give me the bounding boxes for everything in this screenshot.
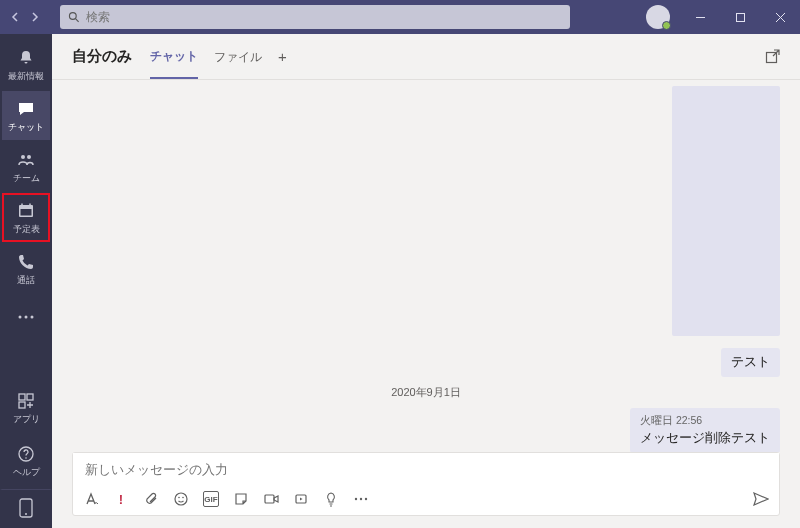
- svg-point-30: [365, 498, 367, 500]
- rail-more[interactable]: [2, 295, 50, 339]
- window-close-button[interactable]: [760, 0, 800, 34]
- rail-teams[interactable]: チーム: [2, 142, 50, 191]
- svg-point-25: [182, 497, 184, 499]
- sticker-button[interactable]: [233, 491, 249, 507]
- message-meta: 火曜日 22:56: [640, 414, 770, 428]
- tab-chat[interactable]: チャット: [150, 34, 198, 79]
- message-bubble[interactable]: 火曜日 22:56 メッセージ削除テスト: [630, 408, 780, 452]
- svg-point-7: [27, 155, 31, 159]
- send-button[interactable]: [753, 491, 769, 507]
- presence-badge: [662, 21, 671, 30]
- ellipsis-icon: [16, 307, 36, 327]
- paperclip-icon: [144, 492, 158, 506]
- title-bar: [0, 0, 800, 34]
- rail-chat[interactable]: チャット: [2, 91, 50, 140]
- stream-button[interactable]: [293, 491, 309, 507]
- stream-icon: [294, 492, 308, 506]
- message-attachment-placeholder: [672, 86, 780, 336]
- compose-input[interactable]: [73, 453, 779, 487]
- rail-mobile[interactable]: [0, 489, 52, 524]
- format-icon: [84, 492, 99, 506]
- window-minimize-button[interactable]: [680, 0, 720, 34]
- chat-pane: 自分のみ チャット ファイル + テスト: [52, 34, 800, 528]
- bulb-icon: [325, 492, 337, 507]
- help-icon: [16, 444, 36, 464]
- meet-button[interactable]: [263, 491, 279, 507]
- priority-button[interactable]: !: [113, 491, 129, 507]
- chat-header: 自分のみ チャット ファイル +: [52, 34, 800, 80]
- svg-point-23: [175, 493, 187, 505]
- rail-calendar[interactable]: 予定表: [2, 193, 50, 242]
- emoji-icon: [174, 492, 188, 506]
- calendar-icon: [16, 201, 36, 221]
- rail-activity[interactable]: 最新情報: [2, 40, 50, 89]
- svg-point-0: [69, 13, 76, 20]
- nav-forward-button[interactable]: [26, 8, 44, 26]
- popout-button[interactable]: [765, 49, 780, 64]
- rail-help[interactable]: ヘルプ: [2, 436, 50, 485]
- send-icon: [753, 492, 769, 506]
- rail-label: 通話: [17, 274, 35, 287]
- apps-icon: [16, 391, 36, 411]
- search-box[interactable]: [60, 5, 570, 29]
- phone-icon: [16, 252, 36, 272]
- svg-point-6: [21, 155, 25, 159]
- rail-calls[interactable]: 通話: [2, 244, 50, 293]
- svg-point-24: [178, 497, 180, 499]
- chat-icon: [16, 99, 36, 119]
- avatar[interactable]: [646, 5, 670, 29]
- message-text: テスト: [731, 354, 770, 371]
- app-rail: 最新情報 チャット チーム 予定表 通話: [0, 34, 52, 528]
- svg-point-19: [25, 457, 27, 459]
- chat-title: 自分のみ: [72, 47, 132, 66]
- svg-point-12: [19, 316, 22, 319]
- tab-file[interactable]: ファイル: [214, 35, 262, 78]
- svg-point-13: [25, 316, 28, 319]
- svg-rect-16: [27, 394, 33, 400]
- svg-point-14: [31, 316, 34, 319]
- more-tools-button[interactable]: [353, 491, 369, 507]
- message-text: メッセージ削除テスト: [640, 430, 770, 447]
- svg-rect-17: [19, 402, 25, 408]
- date-separator: 2020年9月1日: [72, 385, 780, 400]
- tab-add-button[interactable]: +: [278, 48, 287, 65]
- format-button[interactable]: [83, 491, 99, 507]
- search-input[interactable]: [86, 10, 562, 24]
- rail-label: 予定表: [13, 223, 40, 236]
- search-icon: [68, 11, 80, 23]
- teams-icon: [16, 150, 36, 170]
- video-icon: [264, 493, 279, 505]
- emoji-button[interactable]: [173, 491, 189, 507]
- rail-label: チーム: [13, 172, 40, 185]
- message-bubble[interactable]: テスト: [721, 348, 780, 377]
- attach-button[interactable]: [143, 491, 159, 507]
- svg-rect-3: [736, 13, 744, 21]
- window-maximize-button[interactable]: [720, 0, 760, 34]
- rail-label: アプリ: [13, 413, 40, 426]
- compose-toolbar: ! GIF: [73, 487, 779, 515]
- svg-point-29: [360, 498, 362, 500]
- mobile-icon: [16, 498, 36, 518]
- ellipsis-icon: [354, 497, 368, 501]
- rail-label: 最新情報: [8, 70, 44, 83]
- rail-label: ヘルプ: [13, 466, 40, 479]
- svg-rect-15: [19, 394, 25, 400]
- svg-point-28: [355, 498, 357, 500]
- bell-icon: [16, 48, 36, 68]
- popout-icon: [765, 49, 780, 64]
- praise-button[interactable]: [323, 491, 339, 507]
- rail-label: チャット: [8, 121, 44, 134]
- compose-box: ! GIF: [72, 452, 780, 516]
- nav-back-button[interactable]: [6, 8, 24, 26]
- svg-rect-26: [265, 495, 274, 503]
- svg-line-1: [76, 19, 79, 22]
- sticker-icon: [234, 492, 248, 506]
- svg-rect-9: [21, 209, 32, 216]
- message-list: テスト 2020年9月1日 火曜日 22:56 メッセージ削除テスト: [52, 80, 800, 452]
- rail-apps[interactable]: アプリ: [2, 383, 50, 432]
- gif-button[interactable]: GIF: [203, 491, 219, 507]
- svg-point-21: [25, 513, 27, 515]
